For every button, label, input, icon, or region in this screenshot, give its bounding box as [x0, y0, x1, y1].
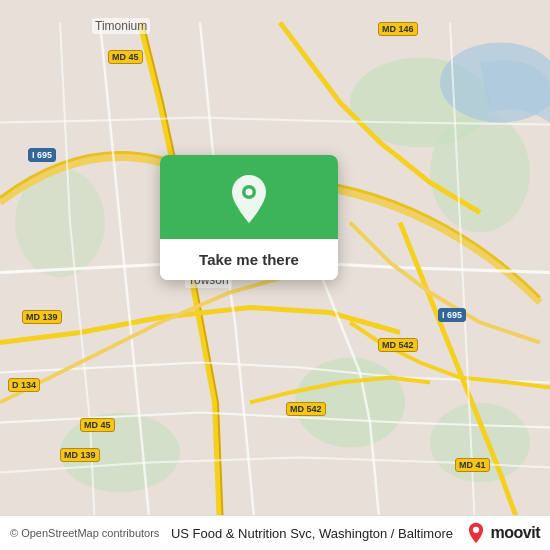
location-label: US Food & Nutrition Svc, Washington / Ba… [159, 526, 464, 541]
svg-point-2 [430, 113, 530, 233]
moovit-pin-icon [465, 522, 487, 544]
md41-badge: MD 41 [455, 458, 490, 472]
md542-2-badge: MD 542 [286, 402, 326, 416]
map-container: Timonium Towson MD 146 MD 45 I 695 I 695… [0, 0, 550, 550]
i695-left-badge: I 695 [28, 148, 56, 162]
md146-badge: MD 146 [378, 22, 418, 36]
md139-bot-badge: MD 139 [60, 448, 100, 462]
md139-badge: MD 139 [22, 310, 62, 324]
md542-1-badge: MD 542 [378, 338, 418, 352]
md45-top-badge: MD 45 [108, 50, 143, 64]
map-pin-icon [227, 173, 271, 225]
attribution-text: © OpenStreetMap contributors [10, 527, 159, 539]
moovit-logo: moovit [465, 522, 540, 544]
timonium-label: Timonium [92, 18, 150, 34]
md45-bot-badge: MD 45 [80, 418, 115, 432]
popup-header [160, 155, 338, 239]
popup-card: Take me there [160, 155, 338, 280]
md134-badge: D 134 [8, 378, 40, 392]
svg-point-9 [246, 189, 253, 196]
take-me-there-button[interactable]: Take me there [160, 239, 338, 280]
svg-point-10 [472, 527, 478, 533]
bottom-bar: © OpenStreetMap contributors US Food & N… [0, 515, 550, 550]
moovit-brand-text: moovit [491, 524, 540, 542]
i695-right-badge: I 695 [438, 308, 466, 322]
